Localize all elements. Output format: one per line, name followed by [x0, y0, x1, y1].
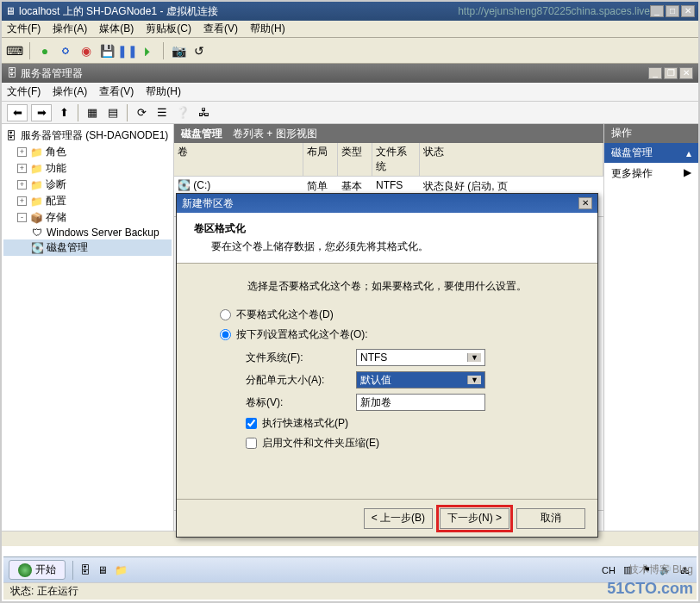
revert-icon[interactable]: ↺: [191, 43, 207, 59]
sm-minimize-button[interactable]: _: [648, 67, 662, 79]
radio-no-format[interactable]: [220, 309, 231, 320]
up-icon[interactable]: ⬆: [55, 104, 72, 121]
wizard-hint: 选择是否要格式化这个卷；如果要格式化，要使用什么设置。: [203, 279, 572, 294]
sm-title-text: 服务器管理器: [21, 66, 83, 81]
sm-titlebar: 🗄 服务器管理器 _ ❐ ✕: [2, 64, 698, 83]
radio-format-label: 按下列设置格式化这个卷(O):: [236, 327, 368, 342]
nav-tree: 🗄服务器管理器 (SH-DAGNODE1) +📁角色 +📁功能 +📁诊断 +📁配…: [2, 124, 174, 531]
start-button[interactable]: 开始: [9, 560, 66, 580]
fs-label: 文件系统(F):: [246, 351, 349, 365]
actions-sub: 磁盘管理▴: [604, 143, 698, 163]
menu-clipboard[interactable]: 剪贴板(C): [146, 22, 191, 36]
ime-indicator[interactable]: CH: [602, 563, 616, 577]
back-button[interactable]: < 上一步(B): [364, 508, 433, 529]
vm-titlebar: 🖥 localhost 上的 SH-DAGNode1 - 虚拟机连接 http:…: [2, 2, 698, 21]
pause-icon[interactable]: ❚❚: [120, 43, 135, 59]
view-icon-2[interactable]: ▤: [104, 104, 122, 121]
sm-toolbar: ⬅ ➡ ⬆ ▦ ▤ ⟳ ☰ ❔ 🖧: [2, 102, 698, 124]
wizard-heading: 卷区格式化: [194, 222, 246, 234]
cancel-button[interactable]: 取消: [516, 508, 585, 529]
nav-back-icon[interactable]: ⬅: [7, 104, 28, 121]
shutdown-icon[interactable]: ◉: [78, 43, 94, 59]
wizard-titlebar: 新建带区卷 ✕: [177, 194, 597, 213]
col-type[interactable]: 类型: [338, 143, 372, 176]
start-icon[interactable]: ●: [37, 43, 53, 59]
extra-icon[interactable]: 🖧: [195, 104, 212, 121]
maximize-button[interactable]: □: [666, 5, 679, 17]
vol-label: 卷标(V):: [246, 395, 349, 410]
taskbar: 开始 🗄 🖥 📁 CH ▥ ⚑ 🔊 🖧: [3, 556, 697, 582]
sm-maximize-button[interactable]: ❐: [664, 67, 678, 79]
wizard-dialog: 新建带区卷 ✕ 卷区格式化 要在这个卷上储存数据，您必须先将其格式化。 选择是否…: [176, 193, 598, 538]
vm-status-text: 状态: 正在运行: [10, 584, 78, 599]
sm-menubar: 文件(F) 操作(A) 查看(V) 帮助(H): [2, 83, 698, 102]
wizard-close-button[interactable]: ✕: [578, 197, 592, 209]
vm-icon: 🖥: [5, 5, 16, 17]
vm-statusbar: 状态: 正在运行: [3, 582, 697, 600]
refresh-icon[interactable]: ⟳: [133, 104, 150, 121]
sm-menu-action[interactable]: 操作(A): [53, 84, 87, 99]
col-status[interactable]: 状态: [420, 143, 603, 176]
vol-input[interactable]: [356, 394, 485, 411]
menu-help[interactable]: 帮助(H): [250, 22, 285, 36]
tree-diskmgmt[interactable]: 💽磁盘管理: [3, 239, 172, 256]
main-subhead: 卷列表 + 图形视图: [233, 127, 317, 141]
menu-action[interactable]: 操作(A): [53, 22, 87, 36]
taskbar-app-1[interactable]: 🗄: [80, 564, 91, 576]
help-icon[interactable]: ❔: [174, 104, 191, 121]
snapshot-icon[interactable]: 📷: [171, 43, 186, 59]
tree-diagnostics[interactable]: +📁诊断: [3, 177, 172, 193]
tree-config[interactable]: +📁配置: [3, 193, 172, 209]
turnoff-icon[interactable]: ⭘: [58, 43, 73, 59]
properties-icon[interactable]: ☰: [153, 104, 171, 121]
nav-forward-icon[interactable]: ➡: [31, 104, 52, 121]
radio-no-format-label: 不要格式化这个卷(D): [236, 308, 334, 322]
menu-view[interactable]: 查看(V): [203, 22, 238, 36]
actions-heading: 操作: [604, 124, 698, 143]
ctrl-alt-del-icon[interactable]: ⌨: [7, 43, 22, 59]
tree-root[interactable]: 🗄服务器管理器 (SH-DAGNODE1): [3, 127, 172, 144]
chevron-down-icon: ▼: [467, 353, 481, 362]
watermark-sub: 技术博客 Blog: [628, 563, 693, 577]
alloc-label: 分配单元大小(A):: [246, 373, 349, 388]
radio-format[interactable]: [220, 329, 231, 340]
vm-title-text: localhost 上的 SH-DAGNode1 - 虚拟机连接: [19, 4, 218, 19]
more-actions[interactable]: 更多操作▶: [604, 163, 698, 184]
save-icon[interactable]: 💾: [99, 43, 115, 59]
quick-format-checkbox[interactable]: [246, 418, 257, 429]
alloc-select[interactable]: 默认值▼: [356, 371, 485, 389]
tree-roles[interactable]: +📁角色: [3, 144, 172, 160]
tree-wsb[interactable]: 🛡Windows Server Backup: [3, 226, 172, 239]
wizard-subheading: 要在这个卷上储存数据，您必须先将其格式化。: [194, 239, 580, 254]
tree-storage[interactable]: -📦存储: [3, 209, 172, 226]
next-button[interactable]: 下一步(N) >: [440, 508, 509, 529]
col-fs[interactable]: 文件系统: [372, 143, 420, 176]
actions-panel: 操作 磁盘管理▴ 更多操作▶: [603, 124, 698, 531]
close-button[interactable]: ✕: [681, 5, 695, 17]
watermark: 51CTO.com: [607, 580, 693, 598]
reset-icon[interactable]: ⏵: [141, 43, 156, 59]
col-volume[interactable]: 卷: [174, 143, 303, 176]
taskbar-app-3[interactable]: 📁: [115, 564, 128, 576]
minimize-button[interactable]: _: [650, 5, 664, 17]
main-heading: 磁盘管理: [181, 127, 222, 141]
chevron-down-icon: ▼: [467, 376, 481, 384]
col-layout[interactable]: 布局: [303, 143, 338, 176]
vm-url: http://yejunsheng870225china.spaces.live: [458, 5, 650, 17]
view-icon-1[interactable]: ▦: [84, 104, 101, 121]
taskbar-app-2[interactable]: 🖥: [97, 564, 108, 576]
sm-icon: 🗄: [7, 67, 17, 79]
collapse-icon[interactable]: ▴: [686, 147, 691, 159]
fs-select[interactable]: NTFS▼: [356, 349, 485, 366]
sm-menu-help[interactable]: 帮助(H): [146, 84, 181, 99]
sm-menu-view[interactable]: 查看(V): [99, 84, 134, 99]
compress-checkbox[interactable]: [246, 438, 257, 449]
menu-file[interactable]: 文件(F): [7, 22, 41, 36]
windows-orb-icon: [18, 563, 32, 577]
sm-menu-file[interactable]: 文件(F): [7, 84, 41, 99]
sm-close-button[interactable]: ✕: [679, 67, 693, 79]
quick-format-label: 执行快速格式化(P): [262, 416, 348, 431]
menu-media[interactable]: 媒体(B): [99, 22, 134, 36]
tree-features[interactable]: +📁功能: [3, 160, 172, 177]
chevron-right-icon: ▶: [684, 166, 691, 181]
